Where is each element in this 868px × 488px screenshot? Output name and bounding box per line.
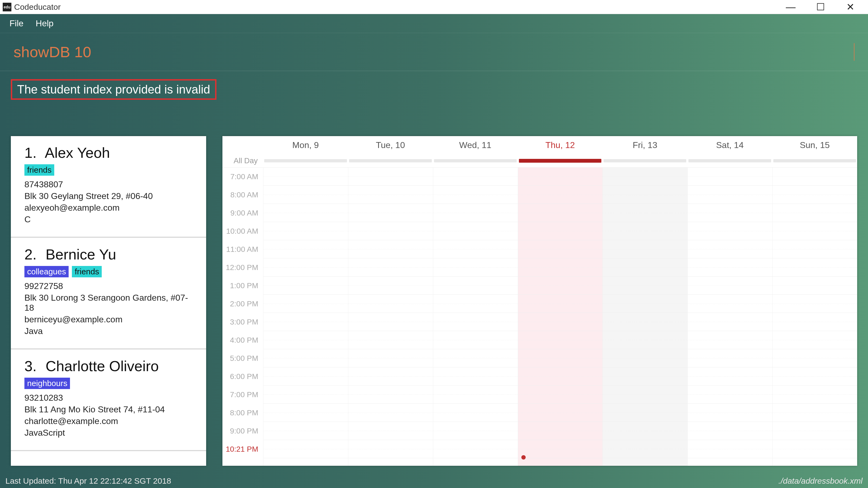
hour-cell[interactable]: [433, 167, 518, 186]
day-column[interactable]: [433, 167, 518, 466]
hour-cell[interactable]: [688, 222, 772, 240]
hour-cell[interactable]: [348, 440, 433, 458]
hour-cell[interactable]: [688, 349, 772, 367]
hour-cell[interactable]: [264, 422, 348, 440]
allday-slot[interactable]: [434, 159, 517, 162]
day-column[interactable]: [687, 167, 772, 466]
hour-cell[interactable]: [688, 276, 772, 295]
allday-slot[interactable]: [264, 159, 347, 162]
hour-cell[interactable]: [688, 167, 772, 186]
hour-cell[interactable]: [518, 295, 603, 313]
hour-cell[interactable]: [773, 440, 857, 458]
hour-cell[interactable]: [688, 440, 772, 458]
hour-cell[interactable]: [603, 349, 687, 367]
hour-cell[interactable]: [348, 258, 433, 276]
hour-cell[interactable]: [348, 349, 433, 367]
hour-cell[interactable]: [433, 258, 518, 276]
hour-cell[interactable]: [348, 222, 433, 240]
calendar-day-header[interactable]: Mon, 9: [263, 140, 348, 150]
hour-cell[interactable]: [348, 367, 433, 386]
hour-cell[interactable]: [773, 386, 857, 404]
hour-cell[interactable]: [264, 295, 348, 313]
hour-cell[interactable]: [264, 240, 348, 258]
maximize-icon[interactable]: ☐: [814, 1, 827, 13]
hour-cell[interactable]: [518, 258, 603, 276]
hour-cell[interactable]: [264, 367, 348, 386]
calendar-day-header[interactable]: Fri, 13: [602, 140, 687, 150]
hour-cell[interactable]: [433, 386, 518, 404]
hour-cell[interactable]: [348, 167, 433, 186]
hour-cell[interactable]: [433, 313, 518, 331]
hour-cell[interactable]: [773, 186, 857, 204]
hour-cell[interactable]: [433, 349, 518, 367]
hour-cell[interactable]: [264, 331, 348, 349]
hour-cell[interactable]: [433, 440, 518, 458]
hour-cell[interactable]: [518, 404, 603, 422]
hour-cell[interactable]: [348, 313, 433, 331]
hour-cell[interactable]: [773, 240, 857, 258]
hour-cell[interactable]: [603, 295, 687, 313]
hour-cell[interactable]: [433, 186, 518, 204]
student-card[interactable]: 1. Alex Yeohfriends87438807Blk 30 Geylan…: [11, 136, 206, 238]
hour-cell[interactable]: [264, 349, 348, 367]
hour-cell[interactable]: [773, 313, 857, 331]
hour-cell[interactable]: [264, 404, 348, 422]
hour-cell[interactable]: [433, 422, 518, 440]
hour-cell[interactable]: [518, 276, 603, 295]
hour-cell[interactable]: [773, 422, 857, 440]
allday-slot[interactable]: [519, 159, 601, 163]
hour-cell[interactable]: [688, 404, 772, 422]
close-icon[interactable]: ✕: [844, 1, 857, 13]
hour-cell[interactable]: [518, 440, 603, 458]
hour-cell[interactable]: [773, 258, 857, 276]
hour-cell[interactable]: [348, 295, 433, 313]
hour-cell[interactable]: [688, 386, 772, 404]
hour-cell[interactable]: [518, 331, 603, 349]
hour-cell[interactable]: [688, 422, 772, 440]
hour-cell[interactable]: [348, 404, 433, 422]
hour-cell[interactable]: [688, 331, 772, 349]
hour-cell[interactable]: [518, 204, 603, 222]
hour-cell[interactable]: [603, 440, 687, 458]
hour-cell[interactable]: [518, 167, 603, 186]
allday-slot[interactable]: [349, 159, 432, 162]
minimize-icon[interactable]: —: [784, 1, 798, 13]
allday-slot[interactable]: [688, 159, 771, 162]
hour-cell[interactable]: [773, 367, 857, 386]
hour-cell[interactable]: [264, 313, 348, 331]
hour-cell[interactable]: [264, 222, 348, 240]
hour-cell[interactable]: [773, 167, 857, 186]
hour-cell[interactable]: [603, 386, 687, 404]
hour-cell[interactable]: [603, 276, 687, 295]
hour-cell[interactable]: [773, 222, 857, 240]
hour-cell[interactable]: [773, 331, 857, 349]
hour-cell[interactable]: [603, 404, 687, 422]
student-card[interactable]: 3. Charlotte Oliveironeighbours93210283B…: [11, 350, 206, 451]
calendar-day-header[interactable]: Thu, 12: [518, 140, 603, 150]
day-column[interactable]: [772, 167, 857, 466]
calendar-body[interactable]: 7:00 AM8:00 AM9:00 AM10:00 AM11:00 AM12:…: [222, 167, 857, 466]
hour-cell[interactable]: [773, 276, 857, 295]
day-column[interactable]: [263, 167, 348, 466]
hour-cell[interactable]: [603, 331, 687, 349]
hour-cell[interactable]: [688, 367, 772, 386]
student-card[interactable]: 2. Bernice Yucolleaguesfriends99272758Bl…: [11, 238, 206, 350]
hour-cell[interactable]: [433, 331, 518, 349]
hour-cell[interactable]: [688, 240, 772, 258]
hour-cell[interactable]: [348, 186, 433, 204]
hour-cell[interactable]: [264, 276, 348, 295]
allday-slot[interactable]: [603, 159, 686, 162]
hour-cell[interactable]: [518, 186, 603, 204]
hour-cell[interactable]: [603, 204, 687, 222]
hour-cell[interactable]: [773, 349, 857, 367]
hour-cell[interactable]: [603, 222, 687, 240]
hour-cell[interactable]: [348, 276, 433, 295]
hour-cell[interactable]: [518, 240, 603, 258]
hour-cell[interactable]: [433, 276, 518, 295]
command-input[interactable]: showDB 10: [13, 43, 855, 61]
hour-cell[interactable]: [264, 258, 348, 276]
hour-cell[interactable]: [433, 222, 518, 240]
hour-cell[interactable]: [433, 404, 518, 422]
hour-cell[interactable]: [773, 404, 857, 422]
hour-cell[interactable]: [773, 295, 857, 313]
